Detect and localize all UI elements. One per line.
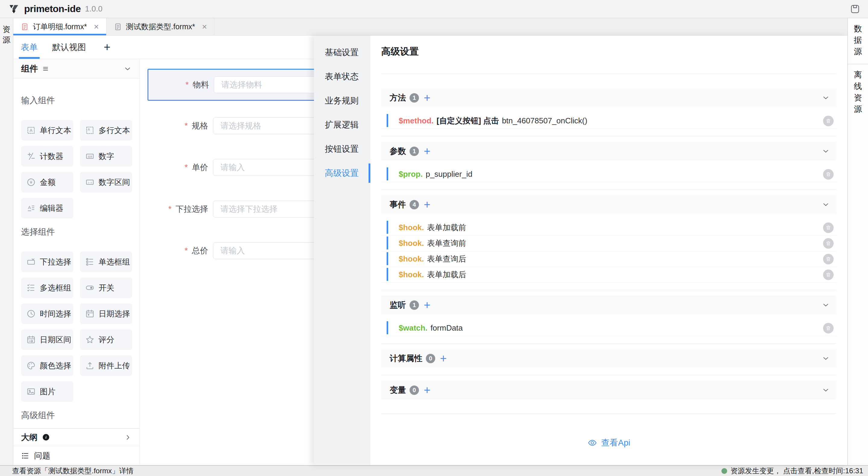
problems-panel-toggle[interactable]: 问题 xyxy=(13,446,140,465)
count-badge: 0 xyxy=(409,386,419,395)
palette-item-editor[interactable]: A编辑器 xyxy=(21,198,73,218)
palette-item-label: 计数器 xyxy=(40,151,63,162)
section-item-2-0[interactable]: $hook.表单加载前 xyxy=(381,220,837,236)
view-tab-0[interactable]: 表单 xyxy=(20,36,39,59)
close-icon[interactable]: × xyxy=(202,23,207,31)
add-item-button[interactable]: + xyxy=(424,384,430,396)
view-tab-1[interactable]: 默认视图 xyxy=(51,36,87,59)
problems-list-icon xyxy=(21,452,30,460)
item-text: $method.[自定义按钮] 点击btn_46078507_onClick() xyxy=(399,116,587,126)
section-item-3-0[interactable]: $watch.formData xyxy=(381,320,837,336)
section-item-0-0[interactable]: $method.[自定义按钮] 点击btn_46078507_onClick() xyxy=(381,113,837,129)
settings-nav-item-5[interactable]: 高级设置 xyxy=(314,161,370,185)
palette-item-label: 单选框组 xyxy=(99,257,130,267)
palette-item-number[interactable]: 123数字 xyxy=(80,146,132,167)
resource-change-status[interactable]: 资源发生变更， 点击查看,检查时间:16:31 xyxy=(721,466,863,476)
palette-item-radio-group[interactable]: 单选框组 xyxy=(80,251,132,272)
file-tab-0[interactable]: 订单明细.formx*× xyxy=(13,18,106,35)
item-plain-text: p_supplier_id xyxy=(426,170,472,179)
left-rail-resources[interactable]: 资源 xyxy=(0,18,13,465)
item-token: $hook. xyxy=(399,239,424,248)
delete-item-button[interactable] xyxy=(823,254,834,264)
delete-item-button[interactable] xyxy=(823,222,834,233)
statusbar: 查看资源「测试数据类型.formx」详情 资源发生变更， 点击查看,检查时间:1… xyxy=(0,465,868,476)
delete-item-button[interactable] xyxy=(823,238,834,248)
section-item-2-3[interactable]: $hook.表单加载后 xyxy=(381,267,837,282)
palette-item-date-range[interactable]: 日期区间 xyxy=(21,329,73,350)
section-header-0[interactable]: 方法1+ xyxy=(381,88,837,107)
add-item-button[interactable]: + xyxy=(424,199,430,210)
app-logo-icon xyxy=(8,3,20,15)
time-icon xyxy=(26,309,36,319)
section-header-2[interactable]: 事件4+ xyxy=(381,195,837,214)
radio-group-icon xyxy=(85,257,95,267)
view-api-link[interactable]: 查看Api xyxy=(381,437,837,449)
palette-item-select[interactable]: 下拉选择 xyxy=(21,251,73,272)
advanced-sections: 方法1+$method.[自定义按钮] 点击btn_46078507_onCli… xyxy=(381,74,837,399)
settings-nav-item-0[interactable]: 基础设置 xyxy=(314,40,370,64)
palette-item-color[interactable]: 颜色选择 xyxy=(21,355,73,376)
palette-grid: 下拉选择单选框组多选框组开关时间选择日期选择日期区间评分颜色选择附件上传图片 xyxy=(21,251,132,402)
section-name: 参数 xyxy=(390,146,406,156)
delete-item-button[interactable] xyxy=(823,169,834,179)
palette-item-label: 多选框组 xyxy=(40,282,71,293)
rail-item-datasource[interactable]: 数据源 xyxy=(848,18,868,64)
rail-item-offline-resources[interactable]: 离线资源 xyxy=(848,64,868,122)
document-icon xyxy=(21,23,29,31)
palette-item-date[interactable]: 日期选择 xyxy=(80,303,132,324)
palette-item-single-line-text[interactable]: A单行文本 xyxy=(21,120,73,141)
settings-section-2: 事件4+$hook.表单加载前$hook.表单查询前$hook.表单查询后$ho… xyxy=(381,189,837,282)
section-item-2-2[interactable]: $hook.表单查询后 xyxy=(381,251,837,267)
palette-item-image[interactable]: 图片 xyxy=(21,381,73,402)
close-icon[interactable]: × xyxy=(94,23,99,31)
chevron-down-icon[interactable] xyxy=(822,200,830,209)
palette-item-checkbox-group[interactable]: 多选框组 xyxy=(21,277,73,298)
palette-item-switch[interactable]: 开关 xyxy=(80,277,132,298)
section-header-5[interactable]: 变量0+ xyxy=(381,381,837,399)
palette-item-time[interactable]: 时间选择 xyxy=(21,303,73,324)
item-strong-text: [自定义按钮] 点击 xyxy=(437,116,499,126)
palette-item-multi-line-text[interactable]: A多行文本 xyxy=(80,120,132,141)
chevron-down-icon[interactable] xyxy=(822,301,830,309)
palette-header[interactable]: 组件 xyxy=(13,59,140,79)
add-view-button[interactable]: + xyxy=(104,41,111,54)
section-header-3[interactable]: 监听1+ xyxy=(381,296,837,314)
color-icon xyxy=(26,361,36,370)
settings-nav-item-4[interactable]: 按钮设置 xyxy=(314,137,370,161)
count-badge: 1 xyxy=(409,300,419,310)
add-item-button[interactable]: + xyxy=(440,353,447,364)
component-palette: 组件 输入组件A单行文本A多行文本计数器123数字¥金额1~3数字区间A编辑器选… xyxy=(13,59,140,465)
chevron-down-icon[interactable] xyxy=(822,147,830,155)
section-header-1[interactable]: 参数1+ xyxy=(381,142,837,160)
settings-nav-item-3[interactable]: 扩展逻辑 xyxy=(314,113,370,137)
palette-section-2: 高级组件 xyxy=(21,402,132,428)
chevron-down-icon[interactable] xyxy=(822,386,830,394)
palette-item-counter[interactable]: 计数器 xyxy=(21,146,73,167)
chevron-down-icon[interactable] xyxy=(822,93,830,102)
field-label: * 单价 xyxy=(148,162,208,173)
settings-nav-item-2[interactable]: 业务规则 xyxy=(314,89,370,113)
delete-item-button[interactable] xyxy=(823,269,834,280)
add-item-button[interactable]: + xyxy=(424,92,430,103)
palette-item-rate[interactable]: 评分 xyxy=(80,329,132,350)
add-item-button[interactable]: + xyxy=(424,145,430,157)
palette-item-number-range[interactable]: 1~3数字区间 xyxy=(80,172,132,192)
field-label: * 物料 xyxy=(148,79,209,90)
status-resource-detail[interactable]: 查看资源「测试数据类型.formx」详情 xyxy=(12,466,134,476)
section-header-4[interactable]: 计算属性0+ xyxy=(381,349,837,368)
settings-section-3: 监听1+$watch.formData xyxy=(381,290,837,336)
file-tab-1[interactable]: 测试数据类型.formx*× xyxy=(106,18,215,35)
save-icon[interactable] xyxy=(850,4,860,14)
delete-item-button[interactable] xyxy=(823,116,834,126)
add-item-button[interactable]: + xyxy=(424,299,430,311)
divider xyxy=(381,375,837,375)
section-item-2-1[interactable]: $hook.表单查询前 xyxy=(381,236,837,251)
settings-nav-item-1[interactable]: 表单状态 xyxy=(314,64,370,89)
palette-item-money[interactable]: ¥金额 xyxy=(21,172,73,192)
section-item-1-0[interactable]: $prop.p_supplier_id xyxy=(381,167,837,182)
chevron-down-icon[interactable] xyxy=(123,64,132,73)
chevron-down-icon[interactable] xyxy=(822,354,830,363)
palette-item-upload[interactable]: 附件上传 xyxy=(80,355,132,376)
delete-item-button[interactable] xyxy=(823,323,834,333)
outline-panel-toggle[interactable]: 大纲 i xyxy=(13,428,140,446)
